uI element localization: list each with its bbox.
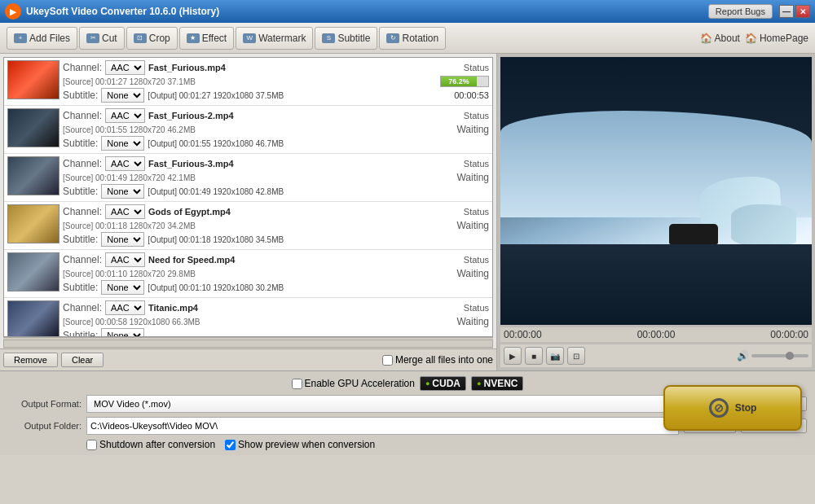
effect-icon: ★: [187, 33, 200, 43]
table-row: Channel: AAC Fast_Furious-2.mp4 Status […: [4, 106, 492, 154]
video-timeline: 00:00:00 00:00:00 00:00:00: [500, 327, 812, 342]
file-thumbnail: [7, 108, 59, 147]
watermark-button[interactable]: W Watermark: [236, 27, 313, 50]
file-row-header: Channel: AAC Gods of Egypt.mp4 Status: [63, 204, 489, 219]
options-row: Shutdown after conversion Show preview w…: [8, 439, 807, 450]
file-info: Channel: AAC Fast_Furious-3.mp4 Status […: [63, 156, 489, 199]
subtitle-select[interactable]: None: [101, 328, 144, 337]
table-row: Channel: AAC Fast_Furious.mp4 Status [So…: [4, 58, 492, 106]
crop-button[interactable]: ⊡ Crop: [126, 27, 178, 50]
watermark-icon: W: [243, 33, 256, 43]
preview-checkbox[interactable]: [225, 440, 236, 450]
channel-select[interactable]: AAC: [105, 108, 145, 123]
file-row-source: [Source] 00:01:55 1280x720 46.2MB Waitin…: [63, 124, 489, 135]
file-row-output: Subtitle: None: [63, 328, 489, 337]
file-thumbnail: [7, 252, 59, 291]
subtitle-select[interactable]: None: [101, 184, 144, 199]
channel-select[interactable]: AAC: [105, 60, 145, 75]
channel-select[interactable]: AAC: [105, 156, 145, 171]
bottom-section: Enable GPU Acceleration ● CUDA ● NVENC O…: [0, 371, 815, 455]
rotation-button[interactable]: ↻ Rotation: [379, 27, 446, 50]
subtitle-select[interactable]: None: [101, 280, 144, 295]
subtitle-button[interactable]: S Subtitle: [315, 27, 377, 50]
play-button[interactable]: ▶: [504, 347, 522, 365]
rotation-icon: ↻: [386, 33, 399, 43]
file-list-scroll[interactable]: Channel: AAC Fast_Furious.mp4 Status [So…: [3, 57, 493, 337]
output-format-select[interactable]: MOV Video (*.mov): [86, 395, 722, 413]
file-row-output: Subtitle: None [Output] 00:01:10 1920x10…: [63, 280, 489, 295]
file-row-source: [Source] 00:00:58 1920x1080 66.3MB Waiti…: [63, 316, 489, 327]
app-logo: ▶: [5, 3, 21, 20]
horizontal-scrollbar[interactable]: [3, 337, 493, 348]
merge-checkbox[interactable]: [382, 355, 393, 366]
gpu-label: Enable GPU Acceleration: [305, 378, 415, 389]
stop-button[interactable]: ⊘ Stop: [663, 385, 802, 431]
nvenc-icon: ●: [477, 379, 481, 388]
channel-select[interactable]: AAC: [105, 300, 145, 315]
file-row-header: Channel: AAC Titanic.mp4 Status: [63, 300, 489, 315]
cut-button[interactable]: ✂ Cut: [79, 27, 125, 50]
homepage-button[interactable]: 🏠 HomePage: [745, 33, 808, 44]
main-panel: Channel: AAC Fast_Furious.mp4 Status [So…: [0, 54, 815, 371]
video-scene: [500, 57, 812, 325]
fullscreen-button[interactable]: ⊡: [567, 347, 585, 365]
channel-select[interactable]: AAC: [105, 204, 145, 219]
file-row-output: Subtitle: None [Output] 00:01:49 1920x10…: [63, 184, 489, 199]
output-folder-input[interactable]: [86, 417, 679, 435]
car-silhouette: [669, 224, 718, 244]
minimize-button[interactable]: —: [779, 5, 794, 18]
subtitle-select[interactable]: None: [101, 136, 144, 151]
table-row: Channel: AAC Gods of Egypt.mp4 Status [S…: [4, 202, 492, 250]
gpu-checkbox-container: Enable GPU Acceleration: [292, 378, 415, 389]
stop-icon: ⊘: [709, 398, 729, 418]
cut-icon: ✂: [86, 33, 99, 43]
remove-button[interactable]: Remove: [3, 353, 58, 367]
titlebar: ▶ UkeySoft Video Converter 10.6.0 (Histo…: [0, 0, 815, 23]
add-files-button[interactable]: + Add Files: [7, 27, 77, 50]
close-button[interactable]: ✕: [795, 5, 810, 18]
file-row-header: Channel: AAC Fast_Furious-3.mp4 Status: [63, 156, 489, 171]
app-title: UkeySoft Video Converter 10.6.0 (History…: [26, 6, 708, 17]
file-row-source: [Source] 00:01:18 1280x720 34.2MB Waitin…: [63, 220, 489, 231]
crop-icon: ⊡: [134, 33, 147, 43]
cuda-icon: ●: [425, 379, 430, 388]
toolbar-right: 🏠 About 🏠 HomePage: [700, 33, 808, 44]
subtitle-select[interactable]: None: [101, 88, 144, 103]
effect-button[interactable]: ★ Effect: [179, 27, 234, 50]
shutdown-checkbox-container: Shutdown after conversion: [86, 439, 215, 450]
preview-checkbox-container: Show preview when conversion: [225, 439, 375, 450]
homepage-icon: 🏠: [745, 33, 757, 44]
volume-slider[interactable]: 🔊: [737, 350, 808, 362]
file-row-output: Subtitle: None [Output] 00:01:27 1920x10…: [63, 88, 489, 103]
file-row-source: [Source] 00:01:49 1280x720 42.1MB Waitin…: [63, 172, 489, 183]
report-bugs-button[interactable]: Report Bugs: [708, 4, 773, 19]
volume-icon: 🔊: [737, 350, 749, 362]
file-info: Channel: AAC Gods of Egypt.mp4 Status [S…: [63, 204, 489, 247]
toolbar: + Add Files ✂ Cut ⊡ Crop ★ Effect W Wate…: [0, 23, 815, 54]
merge-checkbox-container: Merge all files into one: [382, 354, 493, 366]
file-row-source: [Source] 00:01:10 1280x720 29.8MB Waitin…: [63, 268, 489, 279]
stop-video-button[interactable]: ■: [525, 347, 543, 365]
cuda-badge: ● CUDA: [420, 376, 466, 391]
volume-track: [751, 354, 808, 357]
file-row-output: Subtitle: None [Output] 00:01:18 1920x10…: [63, 232, 489, 247]
table-row: Channel: AAC Need for Speed.mp4 Status […: [4, 250, 492, 298]
progress-bar: 76.2%: [440, 76, 489, 87]
table-row: Channel: AAC Fast_Furious-3.mp4 Status […: [4, 154, 492, 202]
clear-button[interactable]: Clear: [61, 353, 104, 367]
file-row-header: Channel: AAC Fast_Furious-2.mp4 Status: [63, 108, 489, 123]
add-files-icon: +: [14, 33, 27, 43]
volume-thumb[interactable]: [786, 352, 794, 360]
subtitle-select[interactable]: None: [101, 232, 144, 247]
gpu-checkbox[interactable]: [292, 379, 302, 389]
file-info: Channel: AAC Titanic.mp4 Status [Source]…: [63, 300, 489, 337]
shutdown-checkbox[interactable]: [86, 440, 97, 450]
file-list-panel: Channel: AAC Fast_Furious.mp4 Status [So…: [0, 54, 497, 370]
about-button[interactable]: 🏠 About: [700, 33, 740, 44]
channel-select[interactable]: AAC: [105, 252, 145, 267]
video-controls: ▶ ■ 📷 ⊡ 🔊: [500, 344, 812, 367]
file-info: Channel: AAC Fast_Furious-2.mp4 Status […: [63, 108, 489, 151]
snapshot-button[interactable]: 📷: [546, 347, 564, 365]
file-row-output: Subtitle: None [Output] 00:01:55 1920x10…: [63, 136, 489, 151]
file-row-header: Channel: AAC Fast_Furious.mp4 Status: [63, 60, 489, 75]
